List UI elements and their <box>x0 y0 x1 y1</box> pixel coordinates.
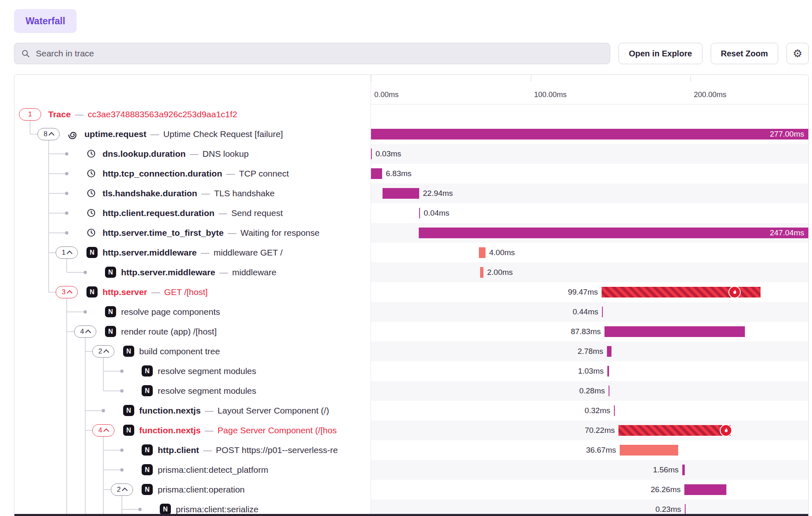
span-expand-badge[interactable]: 1 <box>19 108 41 121</box>
trace-row[interactable]: 1Trace—cc3ae3748883563a926c253d9aa1c1f2 <box>14 105 808 124</box>
trace-row[interactable]: dns.lookup.duration—DNS lookup0.03ms <box>14 144 808 164</box>
waterfall-cell: 0.32ms <box>371 401 808 421</box>
span-duration-bar[interactable]: 247.04ms <box>419 228 808 238</box>
span-duration-bar[interactable]: 277.00ms <box>371 129 808 139</box>
nextjs-icon: N <box>86 247 98 258</box>
trace-row[interactable]: http.server.time_to_first_byte—Waiting f… <box>14 223 808 243</box>
span-duration-bar[interactable] <box>479 247 485 258</box>
span-op: resolve segment modules <box>158 386 256 395</box>
span-op: resolve segment modules <box>158 366 256 376</box>
badge-count: 1 <box>62 249 65 257</box>
span-expand-badge[interactable]: 8 <box>37 128 60 140</box>
separator-dash: — <box>219 267 228 277</box>
waterfall-cell: 36.67ms <box>371 440 808 460</box>
settings-button[interactable]: ⚙ <box>786 43 809 64</box>
axis-tick-label: 100.00ms <box>534 91 567 99</box>
span-title: http.client.request.duration—Send reques… <box>103 203 283 223</box>
span-duration-bar[interactable] <box>607 366 609 377</box>
span-name-cell: Nresolve segment modules <box>14 381 371 401</box>
tree-connector-line <box>66 500 67 516</box>
span-expand-badge[interactable]: 1 <box>56 246 78 259</box>
span-op: function.nextjs <box>139 406 201 415</box>
chevron-up-icon <box>103 349 109 355</box>
span-duration-bar[interactable] <box>684 484 726 495</box>
trace-row[interactable]: 2Nbuild component tree2.78ms <box>14 342 808 361</box>
trace-row[interactable]: Nprisma:client:serialize0.23ms <box>14 500 808 516</box>
span-op: resolve page components <box>121 307 220 316</box>
span-expand-badge[interactable]: 4 <box>92 424 114 437</box>
span-title: http.server.time_to_first_byte—Waiting f… <box>103 223 320 243</box>
span-duration-bar[interactable] <box>602 307 603 317</box>
span-duration-bar[interactable] <box>682 465 685 475</box>
trace-row[interactable]: 4Nrender route (app) /[host]87.83ms <box>14 322 808 342</box>
span-expand-badge[interactable]: 2 <box>92 345 114 358</box>
tree-node-dot <box>65 152 68 156</box>
trace-row[interactable]: Nresolve segment modules1.03ms <box>14 361 808 381</box>
span-duration-bar[interactable] <box>618 425 730 436</box>
trace-row[interactable]: 2Nprisma:client:operation26.26ms <box>14 480 808 500</box>
span-duration-label: 0.04ms <box>424 203 449 223</box>
trace-row[interactable]: Nhttp.client—POST https://p01--serverles… <box>14 440 808 460</box>
span-expand-badge[interactable]: 2 <box>111 483 133 496</box>
span-description: Send request <box>231 208 283 218</box>
span-title: tls.handshake.duration—TLS handshake <box>103 184 275 203</box>
span-duration-bar[interactable] <box>419 208 420 218</box>
tree-connector-line <box>66 342 67 361</box>
tree-connector-line <box>49 232 67 233</box>
span-duration-label: 1.56ms <box>653 460 679 480</box>
span-duration-bar[interactable] <box>620 445 678 456</box>
tab-waterfall[interactable]: Waterfall <box>14 9 77 33</box>
reset-zoom-button[interactable]: Reset Zoom <box>711 43 778 64</box>
span-duration-bar[interactable] <box>685 504 686 515</box>
open-in-explore-button[interactable]: Open in Explore <box>618 43 702 64</box>
tree-connector-line <box>66 480 67 500</box>
span-op: dns.lookup.duration <box>103 149 186 158</box>
badge-count: 4 <box>80 328 84 336</box>
span-duration-label: 1.03ms <box>578 361 604 381</box>
span-duration-bar[interactable] <box>480 267 483 278</box>
span-op: prisma:client:detect_platform <box>158 465 268 474</box>
trace-row[interactable]: http.tcp_connection.duration—TCP connect… <box>14 164 808 184</box>
span-op: http.client.request.duration <box>103 208 215 218</box>
trace-row[interactable]: Nhttp.server.middleware—middleware2.00ms <box>14 263 808 282</box>
trace-row[interactable]: 1Nhttp.server.middleware—middleware GET … <box>14 243 808 263</box>
span-name-cell: 4Nfunction.nextjs—Page Server Component … <box>14 421 371 440</box>
trace-row[interactable]: 4Nfunction.nextjs—Page Server Component … <box>14 421 808 440</box>
chevron-up-icon <box>85 330 91 335</box>
span-duration-label: 6.83ms <box>386 164 411 184</box>
trace-row[interactable]: http.client.request.duration—Send reques… <box>14 203 808 223</box>
trace-row[interactable]: Nprisma:client:detect_platform1.56ms <box>14 460 808 480</box>
span-duration-bar[interactable] <box>383 188 419 199</box>
span-description: Page Server Component (/[hos <box>217 425 337 435</box>
badge-count: 2 <box>98 347 102 356</box>
span-expand-badge[interactable]: 3 <box>56 286 78 298</box>
tree-connector-line <box>85 381 86 401</box>
axis-tick <box>371 75 371 81</box>
tree-connector-line <box>103 390 122 391</box>
trace-row[interactable]: 8uptime.request—Uptime Check Request [fa… <box>14 124 808 144</box>
span-name-cell: 4Nrender route (app) /[host] <box>14 322 371 342</box>
span-title: render route (app) /[host] <box>121 322 217 342</box>
span-duration-label: 70.22ms <box>585 421 615 440</box>
badge-count: 1 <box>28 110 32 119</box>
tree-connector-line <box>66 460 67 480</box>
trace-row[interactable]: 3Nhttp.server—GET /[host]99.47ms <box>14 282 808 302</box>
nextjs-icon: N <box>160 504 171 515</box>
trace-row[interactable]: Nfunction.nextjs—Layout Server Component… <box>14 401 808 421</box>
trace-row[interactable]: Nresolve segment modules0.28ms <box>14 381 808 401</box>
trace-row[interactable]: tls.handshake.duration—TLS handshake22.9… <box>14 184 808 203</box>
span-duration-bar[interactable] <box>614 405 615 416</box>
waterfall-cell: 277.00ms <box>371 124 808 144</box>
span-duration-bar[interactable] <box>609 386 609 396</box>
span-duration-bar[interactable] <box>604 326 745 337</box>
search-input[interactable] <box>14 43 610 64</box>
trace-row[interactable]: Nresolve page components0.44ms <box>14 302 808 322</box>
tree-connector-line <box>121 500 122 516</box>
panel-header: 0.00ms100.00ms200.00ms <box>14 75 808 105</box>
span-duration-bar[interactable] <box>371 149 372 159</box>
span-duration-bar[interactable] <box>371 168 382 179</box>
tree-node-dot <box>65 212 68 215</box>
waterfall-cell: 0.04ms <box>371 203 808 223</box>
span-expand-badge[interactable]: 4 <box>74 325 96 338</box>
span-duration-bar[interactable] <box>607 346 611 357</box>
